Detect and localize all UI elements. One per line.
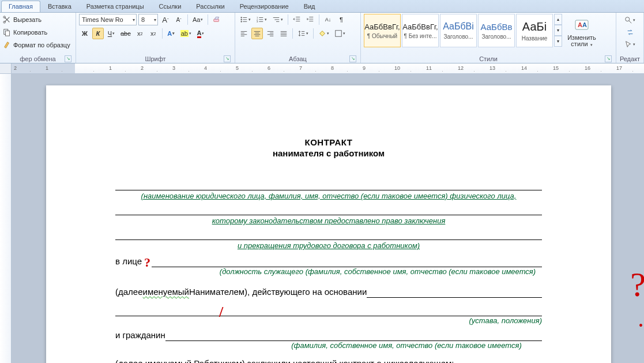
italic-button[interactable]: К <box>92 28 104 39</box>
change-styles-button[interactable]: AA Изменитьстили ▾ <box>566 14 598 51</box>
styles-dialog-launcher[interactable]: ↘ <box>605 55 612 62</box>
align-left-button[interactable] <box>238 28 250 39</box>
bullets-button[interactable]: ▾ <box>238 14 253 25</box>
svg-rect-4 <box>214 19 219 21</box>
font-name-select[interactable]: Times New Ro <box>79 14 137 25</box>
doc-title: КОНТРАКТ <box>115 137 542 147</box>
style-gallery-more[interactable]: ▾ <box>554 36 562 47</box>
font-dialog-launcher[interactable]: ↘ <box>224 55 231 62</box>
outdent-icon <box>293 16 301 24</box>
decrease-indent-button[interactable] <box>291 14 303 25</box>
indent-icon <box>306 16 314 24</box>
clear-formatting-button[interactable] <box>211 14 223 25</box>
increase-indent-button[interactable] <box>304 14 316 25</box>
find-button[interactable]: ▾ <box>619 15 641 25</box>
line-spacing-button[interactable]: ▾ <box>296 28 310 39</box>
svg-point-6 <box>240 19 242 20</box>
style-scroll-up[interactable]: ▴ <box>554 14 562 25</box>
tab-mailings[interactable]: Рассылки <box>189 1 232 12</box>
page: КОНТРАКТ нанимателя с работником (наимен… <box>46 85 611 363</box>
align-center-button[interactable] <box>251 28 263 39</box>
align-center-icon <box>253 29 261 38</box>
font-size-select[interactable]: 8 <box>138 14 158 25</box>
brush-icon <box>3 41 11 49</box>
cut-label: Вырезать <box>13 16 42 23</box>
ruler-vertical[interactable] <box>0 74 12 363</box>
style-title[interactable]: АаБіНазвание <box>516 14 553 47</box>
copy-button[interactable]: Копировать <box>3 27 73 38</box>
replace-button[interactable] <box>619 27 641 38</box>
doc-hint6: (фамилия, собственное имя, отчество (есл… <box>291 341 521 350</box>
grow-font-button[interactable]: Aˆ <box>160 14 171 25</box>
select-button[interactable]: ▾ <box>619 39 641 50</box>
justify-button[interactable] <box>278 28 289 39</box>
numbering-button[interactable]: 123▾ <box>254 14 269 25</box>
ribbon: Вырезать Копировать Формат по образцу фе… <box>0 13 644 63</box>
tab-references[interactable]: Ссылки <box>152 1 189 12</box>
group-editing: ▾ ▾ Редакт <box>616 13 644 63</box>
tab-review[interactable]: Рецензирование <box>232 1 296 12</box>
bold-button[interactable]: Ж <box>79 28 91 39</box>
sort-button[interactable]: A↓ <box>322 14 334 25</box>
cut-button[interactable]: Вырезать <box>3 14 73 25</box>
hand-mark-question: ? <box>144 257 150 268</box>
superscript-button[interactable]: x2 <box>148 28 159 39</box>
clipboard-dialog-launcher[interactable]: ↘ <box>65 55 71 62</box>
group-paragraph: ▾ 123▾ ▾ A↓ ¶ ▾ ▾ ▾ <box>235 13 361 63</box>
style-gallery-nav: ▴ ▾ ▾ <box>554 14 562 47</box>
style-scroll-down[interactable]: ▾ <box>554 25 562 36</box>
group-clipboard: Вырезать Копировать Формат по образцу фе… <box>0 13 76 63</box>
shading-button[interactable]: ▾ <box>317 28 331 39</box>
group-paragraph-label: Абзац ↘ <box>238 54 357 63</box>
svg-point-5 <box>240 17 242 18</box>
style-normal[interactable]: АаБбВвГг,¶ Обычный <box>364 14 401 47</box>
tab-view[interactable]: Вид <box>296 1 323 12</box>
numbering-icon: 123 <box>256 16 264 24</box>
underline-button[interactable]: Ч▾ <box>106 28 117 39</box>
tab-home[interactable]: Главная <box>1 1 40 12</box>
workspace: КОНТРАКТ нанимателя с работником (наимен… <box>0 74 644 363</box>
group-font: Times New Ro 8 Aˆ Aˇ Aa▾ Ж К Ч▾ abc x2 x… <box>76 13 235 63</box>
shrink-font-button[interactable]: Aˇ <box>173 14 184 25</box>
eraser-icon <box>213 16 221 24</box>
paragraph-dialog-launcher[interactable]: ↘ <box>349 55 356 62</box>
style-heading2[interactable]: АаБбВвЗаголово... <box>478 14 515 47</box>
copy-icon <box>3 28 11 36</box>
strikethrough-button[interactable]: abc <box>119 28 133 39</box>
ruler-horizontal[interactable]: 2·1··1·2·3·4·5·6·7·8·9·10·11·12·13·14·15… <box>0 63 644 74</box>
change-case-button[interactable]: Aa▾ <box>191 14 205 25</box>
cursor-icon <box>624 40 632 48</box>
format-painter-button[interactable]: Формат по образцу <box>3 39 73 51</box>
ribbon-tabs: Главная Вставка Разметка страницы Ссылки… <box>0 0 644 13</box>
svg-text:A: A <box>578 21 582 28</box>
group-styles-label: Стили ↘ <box>364 54 613 63</box>
document-canvas[interactable]: КОНТРАКТ нанимателя с работником (наимен… <box>12 74 644 363</box>
hand-mark-slash: / <box>219 304 223 321</box>
multilevel-icon <box>272 16 280 24</box>
borders-button[interactable]: ▾ <box>333 28 347 39</box>
doc-line-dalee-nanim: (далее именуемый Нанимателем), действующ… <box>115 286 542 298</box>
style-no-spacing[interactable]: АаБбВвГг,¶ Без инте... <box>402 14 439 47</box>
svg-text:3: 3 <box>257 20 258 23</box>
scissors-icon <box>3 16 11 24</box>
style-heading1[interactable]: АаБбВіЗаголово... <box>440 14 477 47</box>
replace-icon <box>626 28 634 36</box>
tab-layout[interactable]: Разметка страницы <box>79 1 152 12</box>
hand-mark-dot: • <box>639 319 643 332</box>
border-icon <box>334 29 342 38</box>
text-effects-button[interactable]: A▾ <box>165 28 177 39</box>
justify-icon <box>280 29 288 38</box>
font-color-button[interactable]: A▾ <box>195 28 206 39</box>
align-right-button[interactable] <box>265 28 276 39</box>
subscript-button[interactable]: x2 <box>134 28 146 39</box>
tab-insert[interactable]: Вставка <box>40 1 79 12</box>
doc-final-line: (далее именуемый Работником) заключили н… <box>115 358 542 363</box>
multilevel-button[interactable]: ▾ <box>270 14 285 25</box>
bucket-icon <box>318 29 326 38</box>
doc-hint2: которому законодательством предоставлено… <box>212 216 446 225</box>
group-font-label: Шрифт ↘ <box>79 54 232 63</box>
find-icon <box>624 16 632 24</box>
highlight-button[interactable]: ab▾ <box>179 28 193 39</box>
show-marks-button[interactable]: ¶ <box>336 14 347 25</box>
svg-rect-3 <box>5 31 9 36</box>
